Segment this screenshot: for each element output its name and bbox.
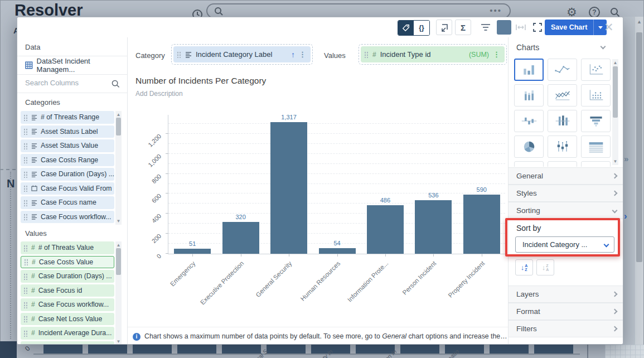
chart-type-funnel-button[interactable]	[581, 110, 611, 132]
chart-builder-modal: {} Σ Save Chart ✕ Data DataSet Incident …	[17, 17, 623, 345]
tag-icon[interactable]	[398, 21, 414, 35]
category-dropzone[interactable]: Incident Category Label ↑ ⋮	[171, 44, 313, 65]
chart-type-scatter-button[interactable]	[581, 59, 611, 81]
section-general[interactable]: General	[509, 167, 623, 185]
search-columns-input[interactable]	[25, 79, 103, 87]
section-styles[interactable]: Styles	[509, 185, 623, 202]
drag-handle-icon	[23, 128, 28, 135]
page-scrollbar[interactable]: ▲ ▼	[635, 17, 643, 357]
chart-bar[interactable]	[415, 200, 452, 254]
sort-descending-button[interactable]: ↓ ZA	[536, 259, 554, 275]
y-tick-mark	[166, 133, 168, 134]
category-column-item[interactable]: Case Focus name	[21, 196, 114, 209]
chart-type-bar-line-button[interactable]	[514, 110, 544, 132]
fit-width-icon[interactable]	[512, 20, 529, 35]
dataset-selector[interactable]: DataSet Incident Managem...	[17, 56, 128, 75]
chevron-down-icon[interactable]	[601, 44, 606, 50]
chart-type-boxplot-button[interactable]	[548, 136, 577, 158]
sort-ascending-button[interactable]: ↓ AZ	[515, 259, 533, 275]
section-filters[interactable]: Filters	[509, 320, 623, 337]
y-axis-labels: 02004006008001,0001,200	[119, 115, 163, 254]
charts-section-header[interactable]: Charts	[516, 43, 539, 52]
value-column-item[interactable]: #Incident Cost Value	[21, 341, 114, 345]
y-tick-mark	[166, 193, 168, 193]
category-column-item[interactable]: Case Focus workflow...	[21, 211, 114, 224]
calendar-icon	[31, 185, 37, 191]
chart-title[interactable]: Number of Incidents Per Category	[135, 76, 266, 86]
category-column-item[interactable]: Case Duration (Days) ...	[21, 168, 114, 181]
values-scrollbar[interactable]: ▲▼	[115, 241, 122, 345]
category-column-item[interactable]: Asset Status Label	[21, 125, 114, 138]
value-column-item[interactable]: #Case Focus workflow...	[21, 298, 114, 311]
data-panel-title: Data	[25, 43, 40, 51]
chevron-right-icon	[612, 309, 618, 315]
save-chart-label: Save Chart	[545, 23, 593, 31]
page-scrollbar-thumb[interactable]	[636, 32, 642, 262]
value-column-item[interactable]: #Incident Average Dura...	[21, 327, 114, 340]
aggregate-sigma-icon[interactable]: Σ	[455, 20, 471, 35]
chart-bar[interactable]	[222, 222, 259, 254]
expand-panel-icon[interactable]: »	[624, 154, 628, 163]
add-label-icon[interactable]	[436, 20, 452, 35]
values-header: Values	[25, 229, 47, 238]
value-column-item[interactable]: #Case Costs Value	[21, 256, 114, 269]
save-chart-button[interactable]: Save Chart	[545, 20, 607, 35]
chart-bar[interactable]	[463, 195, 500, 254]
search-more-dots[interactable]: •••	[490, 6, 502, 15]
braces-icon[interactable]: {}	[414, 21, 429, 35]
chevron-right-icon[interactable]: ›	[624, 211, 627, 222]
chart-type-area-button[interactable]	[514, 161, 544, 167]
chart-type-extra-button[interactable]	[548, 161, 577, 167]
y-tick-mark	[166, 153, 168, 154]
text-column-icon	[31, 171, 37, 177]
values-pill[interactable]: # Incident Type id (SUM) ⋮	[361, 46, 505, 62]
bg-table-grid	[605, 345, 644, 358]
chart-bar[interactable]	[174, 249, 211, 254]
value-column-item[interactable]: ## of Threats Value	[21, 241, 114, 254]
category-column-item[interactable]: Asset Status Value	[21, 139, 114, 152]
category-column-item[interactable]: Case Costs Range	[21, 154, 114, 167]
chart-type-table-button[interactable]	[581, 136, 611, 158]
bar-value-label: 536	[411, 192, 456, 199]
section-layers[interactable]: Layers	[509, 286, 623, 303]
bg-dark-block	[0, 341, 17, 358]
close-icon[interactable]: ✕	[604, 22, 614, 33]
drag-handle-icon[interactable]	[177, 51, 181, 58]
category-pill[interactable]: Incident Category Label ↑ ⋮	[173, 46, 311, 62]
chart-bar[interactable]	[367, 205, 404, 254]
chart-description-placeholder[interactable]: Add Description	[135, 90, 183, 98]
chart-types-scrollbar[interactable]: ▲▼	[612, 59, 618, 165]
numeric-column-icon: #	[32, 258, 36, 266]
chart-bar[interactable]	[270, 122, 307, 254]
chart-type-pie-button[interactable]	[514, 136, 544, 158]
color-swatch[interactable]	[497, 20, 511, 35]
section-format[interactable]: Format	[509, 303, 623, 320]
chart-type-multi-line-button[interactable]	[548, 84, 577, 107]
chart-bar[interactable]	[319, 248, 356, 254]
filter-lines-icon[interactable]	[477, 20, 493, 35]
chart-type-bar-button[interactable]	[514, 59, 544, 81]
y-tick-mark	[166, 253, 168, 254]
value-column-item[interactable]: #Case Duration (Days) ...	[21, 270, 114, 283]
fullscreen-icon[interactable]	[529, 20, 545, 35]
kebab-menu-icon[interactable]: ⋮	[493, 50, 500, 59]
sort-ascending-icon[interactable]: ↑	[291, 50, 295, 59]
chart-type-dot-column-button[interactable]	[581, 84, 611, 107]
global-search-bar[interactable]: •••	[206, 3, 511, 18]
category-column-item[interactable]: Case Focus Valid From	[21, 182, 114, 195]
chart-type-stacked-bar-button[interactable]	[514, 84, 544, 107]
category-column-item[interactable]: # of Threats Range	[21, 111, 114, 124]
scroll-up-icon[interactable]: ▲	[635, 19, 643, 25]
help-icon[interactable]: ?	[589, 7, 600, 18]
value-column-item[interactable]: #Case Net Loss Value	[21, 313, 114, 326]
chart-type-extra-button[interactable]	[581, 161, 611, 167]
drag-handle-icon[interactable]	[364, 51, 369, 58]
values-dropzone[interactable]: # Incident Type id (SUM) ⋮	[359, 44, 507, 65]
section-sorting[interactable]: Sorting	[509, 202, 623, 219]
kebab-menu-icon[interactable]: ⋮	[299, 50, 306, 59]
chart-type-column-line-button[interactable]	[548, 110, 577, 132]
search-header-icon[interactable]	[610, 7, 620, 17]
chart-type-line-button[interactable]	[548, 59, 577, 81]
value-column-item[interactable]: #Case Focus id	[21, 284, 114, 297]
max-datapoints-note: i Chart shows a maximum number of data p…	[133, 332, 507, 341]
